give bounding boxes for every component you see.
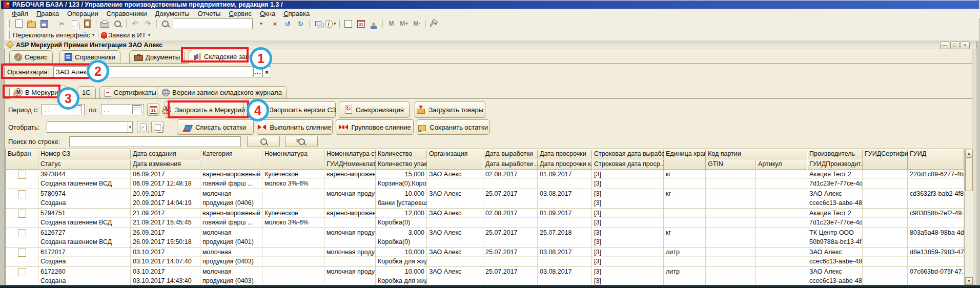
grid-cell[interactable]: молочнаяпродукция (0406) bbox=[200, 189, 262, 208]
restore-button[interactable]: □ bbox=[950, 42, 959, 49]
it-requests-button[interactable]: Заявки в ИТ bbox=[108, 31, 146, 39]
print-preview-button[interactable] bbox=[112, 18, 124, 29]
header-cell-gtin[interactable]: GTIN bbox=[706, 159, 756, 170]
load-goods-button[interactable]: Загрузить товары bbox=[415, 101, 485, 118]
it-requests-dropdown-arrow[interactable]: ▾ bbox=[147, 32, 152, 37]
request-mercury-button[interactable]: M Запросить в Меркурий bbox=[165, 101, 243, 118]
grid-cell[interactable]: cd3632f3-bab2-4f8... bbox=[908, 189, 964, 208]
calendar-button[interactable] bbox=[355, 18, 367, 29]
grid-cell[interactable] bbox=[863, 209, 908, 228]
request-versions-button[interactable]: Запросить версии СЗ bbox=[260, 101, 336, 118]
grid-cell[interactable] bbox=[6, 267, 38, 286]
grid-cell[interactable] bbox=[262, 189, 324, 208]
merge-button[interactable]: Выполнить слияние bbox=[257, 119, 333, 135]
grid-cell[interactable]: молочнаяпродукция (0403) bbox=[200, 267, 262, 286]
grid-cell[interactable]: 6126727Создана гашением ВСД bbox=[38, 228, 131, 247]
grid-cell[interactable]: 6172017Создана bbox=[38, 248, 131, 266]
grid-cell[interactable]: ТК Центр ООО50b9788a-bc13-4f... bbox=[807, 228, 863, 247]
find-next-button[interactable]: ↻ bbox=[295, 18, 307, 29]
grid-cell[interactable]: 01.09.2017 bbox=[538, 209, 592, 228]
menu-item-documents[interactable]: Документы bbox=[151, 9, 193, 18]
row-checkbox[interactable] bbox=[18, 249, 26, 257]
menu-item-edit[interactable]: Правка bbox=[33, 9, 63, 18]
grid-cell[interactable]: c903058b-2ef2-49... bbox=[908, 209, 964, 228]
header-cell-7[interactable]: Организация bbox=[427, 149, 483, 170]
grid-cell[interactable] bbox=[706, 189, 756, 208]
users-button[interactable] bbox=[368, 18, 380, 29]
header-cell-8-bottom[interactable]: Дата выработки ... bbox=[483, 159, 538, 170]
grid-cell[interactable]: 06.09.201706.09.2017 12:48:18 bbox=[131, 170, 200, 189]
grid-cell[interactable]: кг bbox=[664, 228, 706, 247]
grid-cell[interactable] bbox=[863, 228, 908, 247]
header-cell-9-top[interactable]: Дата просрочки bbox=[538, 149, 592, 159]
grid-cell[interactable] bbox=[664, 209, 706, 228]
grid-cell[interactable]: ЗАО Алекс bbox=[427, 170, 483, 189]
menu-item-windows[interactable]: Окна bbox=[256, 9, 279, 18]
info-button[interactable]: i▾ bbox=[325, 18, 337, 29]
table-row[interactable]: 6172260Создана03.10.201703.10.2017 14:43… bbox=[6, 267, 973, 286]
grid-cell[interactable]: Купеческоемолоко 3%-6% bbox=[262, 209, 324, 228]
grid-cell[interactable] bbox=[706, 248, 756, 266]
grid-cell[interactable]: [3][3] bbox=[592, 248, 664, 266]
header-cell-9-bottom[interactable]: Дата просрочки к... bbox=[538, 159, 592, 170]
grid-cell[interactable]: 20.09.201720.09.2017 14:04:19 bbox=[131, 189, 200, 208]
organization-clear-button[interactable]: × bbox=[262, 66, 271, 77]
grid-cell[interactable]: Купеческоемолоко 3%-6% bbox=[262, 170, 324, 189]
table-row[interactable]: 6126727Создана гашением ВСД26.09.201726.… bbox=[6, 228, 973, 248]
table-settings-button[interactable] bbox=[342, 18, 354, 29]
close-button[interactable]: × bbox=[961, 42, 970, 49]
period-from-calendar-button[interactable] bbox=[73, 105, 82, 114]
tab-1c[interactable]: 1С bbox=[77, 86, 96, 99]
filter-dropdown-arrow[interactable]: ▾ bbox=[128, 122, 133, 132]
tab-warehouse-records[interactable]: Складские записи bbox=[189, 50, 265, 64]
row-checkbox[interactable] bbox=[18, 229, 26, 237]
grid-cell[interactable] bbox=[863, 170, 908, 189]
save-remains-button[interactable]: Сохранить остатки bbox=[417, 119, 489, 135]
menu-item-file[interactable]: Файл bbox=[8, 9, 32, 18]
grid-cell[interactable]: 03.08.2017 bbox=[538, 248, 592, 266]
new-document-button[interactable] bbox=[13, 18, 25, 29]
switch-interface-dropdown-arrow[interactable]: ▾ bbox=[91, 32, 96, 37]
memory-recall-button[interactable]: M bbox=[385, 18, 397, 29]
undo-button[interactable]: ↶ bbox=[129, 18, 141, 29]
table-row[interactable]: 5794751Создана гашением ВСД21.09.201721.… bbox=[6, 209, 973, 228]
grid-cell[interactable]: Акация Тест 27d1c23e7-77ce-4d... bbox=[807, 170, 863, 189]
grid-cell[interactable] bbox=[6, 189, 38, 208]
tab-documents[interactable]: Документы bbox=[129, 50, 185, 64]
grid-cell[interactable]: молочная продук... bbox=[324, 248, 376, 266]
vertical-scrollbar[interactable]: ▲ ▼ bbox=[964, 149, 973, 285]
grid-cell[interactable]: молочная продук... bbox=[324, 228, 376, 247]
row-checkbox[interactable] bbox=[18, 210, 26, 218]
grid-cell[interactable]: 01.09.2017 bbox=[538, 170, 592, 189]
copy-window-button[interactable] bbox=[312, 18, 324, 29]
row-checkbox[interactable] bbox=[18, 190, 26, 198]
grid-cell[interactable]: 21.09.201721.09.2017 15:45:45 bbox=[131, 209, 200, 228]
grid-cell[interactable]: 10,000банки [устаревша... bbox=[376, 189, 427, 208]
tab-certificates[interactable]: Сертификаты bbox=[99, 86, 161, 99]
period-from-field[interactable]: . . bbox=[42, 104, 85, 115]
period-to-field[interactable]: . . bbox=[101, 104, 144, 115]
settings-button[interactable]: ▾ bbox=[428, 18, 440, 29]
grid-cell[interactable] bbox=[262, 248, 324, 266]
grid-cell[interactable] bbox=[262, 228, 324, 247]
grid-cell[interactable]: молочная продук... bbox=[324, 267, 376, 286]
grid-cell[interactable]: молочнаяпродукция (0403) bbox=[200, 248, 262, 266]
grid-cell[interactable]: ЗАО Алекс bbox=[427, 267, 483, 286]
clear-search-results-button[interactable] bbox=[285, 136, 318, 147]
cut-button[interactable]: ✂ bbox=[56, 18, 68, 29]
memory-subtract-button[interactable]: M- bbox=[411, 18, 423, 29]
grid-cell[interactable]: 5794751Создана гашением ВСД bbox=[38, 209, 131, 228]
grid-cell[interactable] bbox=[756, 248, 807, 266]
save-button[interactable] bbox=[38, 18, 50, 29]
grid-cell[interactable]: кг bbox=[664, 189, 706, 208]
minimize-button[interactable]: — bbox=[940, 42, 949, 49]
row-checkbox[interactable] bbox=[18, 268, 26, 276]
menu-item-operations[interactable]: Операции bbox=[64, 9, 102, 18]
tab-journal-versions[interactable]: Версии записи складского журнала bbox=[157, 86, 287, 99]
grid-cell[interactable] bbox=[756, 189, 807, 208]
tab-service[interactable]: Сервис bbox=[9, 50, 53, 64]
find-button[interactable] bbox=[159, 18, 171, 29]
grid-cell[interactable]: ЗАО Алекс bbox=[427, 189, 483, 208]
header-group-kod-partii[interactable]: Код партии bbox=[706, 149, 807, 159]
header-cell-15[interactable]: ГУИДСертификата bbox=[863, 149, 908, 170]
